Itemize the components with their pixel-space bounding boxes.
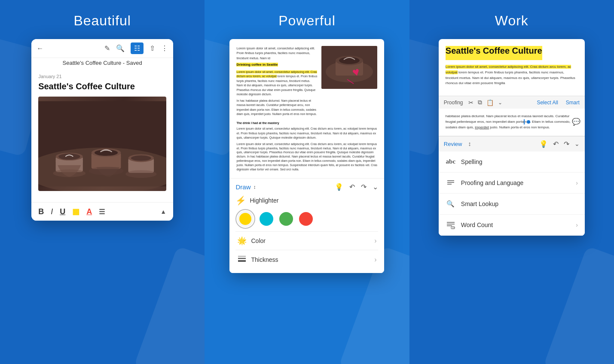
draw-toolbar-row: Draw ↕ 💡 ↶ ↷ ⌄: [235, 183, 378, 191]
coffee-scene-svg: [38, 97, 166, 191]
smart-label[interactable]: Smart: [566, 100, 580, 106]
review-menu: abc Spelling Proofing and Language ›: [439, 152, 585, 236]
draw-label: Draw: [235, 183, 250, 191]
review-doc-title: Seattle's Coffee Culture: [446, 46, 542, 56]
review-bar-label[interactable]: Review: [444, 141, 462, 147]
thickness-row[interactable]: Thickness ›: [235, 250, 378, 269]
lightbulb-icon[interactable]: 💡: [335, 183, 343, 191]
review-bar-icons-group: 💡 ↶ ↷ ⌄: [539, 140, 580, 148]
color-dot-cyan[interactable]: [260, 212, 273, 226]
doc-coffee-image-powerful: ♥: [321, 46, 377, 89]
list-button[interactable]: ☰: [99, 208, 105, 216]
svg-point-5: [58, 154, 80, 160]
color-dots-row: [235, 211, 378, 227]
edit-icon[interactable]: ✎: [104, 44, 110, 52]
doc-date: January 21: [38, 74, 166, 79]
search-icon[interactable]: 🔍: [116, 44, 125, 52]
proofing-toolbar-icons: ✂ ⧉ 📋 ⌄: [468, 99, 502, 106]
formatting-toolbar: B I U ▦ A ☰ ▲: [31, 202, 173, 221]
proofing-toolbar: Proofing ✂ ⧉ 📋 ⌄ Select All Smart: [439, 96, 585, 109]
panel-title-beautiful: Beautiful: [73, 13, 131, 29]
font-color-button[interactable]: A: [86, 207, 92, 216]
review-mockup: Seattle's Coffee Culture Lorem ipsum dol…: [439, 39, 585, 236]
review-body-text: Lorem ipsum dolor sit amet, consectetur …: [446, 64, 578, 86]
more-icon[interactable]: ⋮: [161, 44, 168, 52]
review-lightbulb-icon[interactable]: 💡: [539, 140, 548, 148]
proofing-language-chevron[interactable]: ›: [576, 179, 578, 186]
doc-title-left: Seattle's Coffee Culture: [38, 82, 166, 91]
undo-icon[interactable]: ↶: [349, 183, 355, 191]
color-menu-row[interactable]: 🌟 Color ›: [235, 231, 378, 250]
more-toolbar-button[interactable]: ▲: [160, 208, 166, 215]
doc-saved-title: Seattle's Coffee Culture - Saved: [37, 60, 168, 66]
back-icon[interactable]: ←: [37, 45, 43, 52]
highlight-button[interactable]: ▦: [72, 207, 79, 216]
underline-button[interactable]: U: [60, 207, 65, 216]
svg-point-22: [339, 57, 360, 64]
proofing-language-label: Proofing and Language: [461, 179, 571, 186]
svg-point-13: [131, 155, 151, 161]
word-count-menu-item[interactable]: 123 Word Count ›: [439, 215, 585, 236]
proofing-label[interactable]: Proofing: [444, 100, 463, 106]
word-count-svg: 123: [446, 220, 455, 230]
spelling-label: Spelling: [461, 158, 578, 165]
draw-label-group: Draw ↕: [235, 183, 256, 191]
redo-icon[interactable]: ↷: [361, 183, 367, 191]
proofing-lines-icon: [446, 179, 455, 187]
more-draw-icon[interactable]: ⌄: [373, 183, 378, 191]
highlighter-label: Highlighter: [250, 197, 278, 204]
share-icon[interactable]: ⇧: [150, 44, 155, 52]
proofing-language-icon: [446, 178, 456, 188]
coffee-img-svg: ♥: [321, 46, 377, 89]
format-chevron-icon[interactable]: ⌄: [498, 100, 502, 106]
review-expand-icon[interactable]: ↕: [468, 140, 471, 147]
document-icon[interactable]: ☷: [131, 42, 144, 54]
select-all-button[interactable]: Select All: [537, 100, 558, 106]
bold-button[interactable]: B: [38, 207, 44, 216]
doc-body-powerful: Lorem ipsum dolor sit amet, consectetur …: [229, 39, 384, 178]
cursor-indicator-circle: [527, 120, 530, 124]
draw-toolbar: Draw ↕ 💡 ↶ ↷ ⌄ ⚡ Highlighter: [229, 178, 384, 273]
spelling-icon: abc: [446, 157, 456, 167]
word-count-chevron[interactable]: ›: [576, 221, 578, 228]
color-dot-yellow[interactable]: [237, 211, 254, 227]
paste-icon[interactable]: 📋: [486, 99, 494, 106]
spelling-menu-item[interactable]: abc Spelling: [439, 152, 585, 173]
color-menu-left: 🌟 Color: [237, 236, 265, 246]
doc-content-left: January 21 Seattle's Coffee Culture: [31, 68, 173, 202]
highlighter-row: ⚡ Highlighter: [235, 195, 378, 206]
review-more-icon[interactable]: ⌄: [574, 140, 580, 147]
copy-icon[interactable]: ⧉: [478, 99, 482, 106]
comment-icon[interactable]: 💬: [572, 117, 580, 128]
color-menu-label: Color: [251, 237, 265, 244]
panel-title-powerful: Powerful: [278, 13, 336, 29]
phone-mockup-beautiful: ← ✎ 🔍 ☷ ⇧ ⋮ Seattle's Coffee Culture - S…: [31, 39, 173, 221]
smart-lookup-icon: 🔍: [446, 199, 456, 209]
draw-chevron-icon[interactable]: ↕: [254, 184, 256, 190]
review-doc-body: Seattle's Coffee Culture Lorem ipsum dol…: [439, 39, 585, 96]
thickness-left-group: Thickness: [237, 255, 278, 264]
smart-lookup-menu-item[interactable]: 🔍 Smart Lookup: [439, 194, 585, 215]
svg-text:123: 123: [452, 227, 455, 229]
panel-powerful: Powerful Lorem ipsum dolor sit amet, con…: [205, 0, 409, 364]
panel-title-work: Work: [495, 13, 528, 29]
svg-point-16: [125, 170, 156, 178]
review-undo-icon[interactable]: ↶: [553, 140, 559, 148]
proofing-language-menu-item[interactable]: Proofing and Language ›: [439, 173, 585, 194]
review-bar: Review ↕ 💡 ↶ ↷ ⌄: [439, 136, 585, 152]
panel-work: Work Seattle's Coffee Culture Lorem ipsu…: [409, 0, 614, 364]
highlighter-tool-icon[interactable]: ⚡: [235, 195, 246, 206]
smart-lookup-label: Smart Lookup: [461, 200, 578, 207]
color-palette-icon: 🌟: [237, 236, 247, 246]
thickness-chevron-icon[interactable]: ›: [374, 256, 376, 264]
thickness-label: Thickness: [251, 256, 278, 263]
review-redo-icon[interactable]: ↷: [564, 140, 569, 148]
italic-button[interactable]: I: [51, 207, 53, 216]
color-dot-green[interactable]: [279, 212, 293, 226]
doc-text-column: Lorem ipsum dolor sit amet, consectetur …: [236, 46, 317, 117]
phone-header-icons: ✎ 🔍 ☷ ⇧ ⋮: [104, 42, 168, 54]
highlight-section-title: Drinking coffee in Seattle: [236, 63, 278, 67]
color-dot-red[interactable]: [299, 212, 313, 226]
cut-icon[interactable]: ✂: [468, 99, 473, 106]
color-chevron-icon[interactable]: ›: [374, 237, 376, 245]
